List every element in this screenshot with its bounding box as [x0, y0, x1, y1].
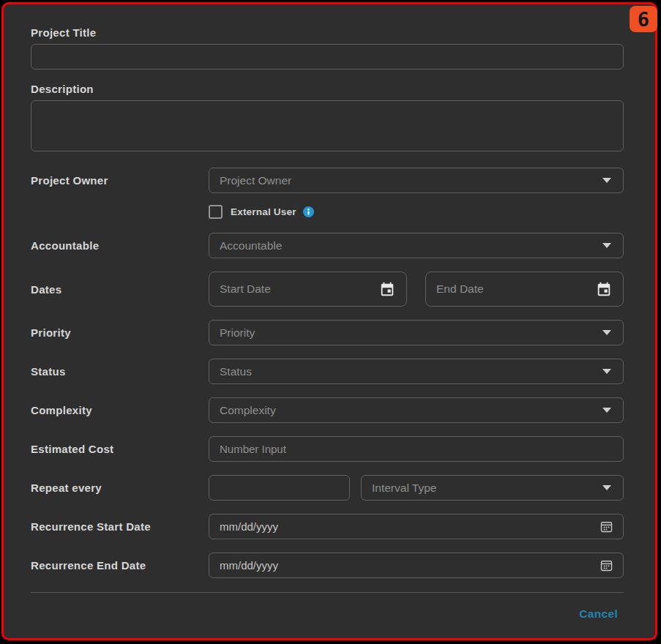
- complexity-placeholder: Complexity: [220, 404, 276, 417]
- repeat-every-row: Repeat every Interval Type: [31, 475, 624, 501]
- external-user-label: External User: [231, 206, 296, 217]
- status-select[interactable]: Status: [209, 359, 624, 384]
- interval-type-placeholder: Interval Type: [372, 482, 436, 495]
- repeat-every-label: Repeat every: [31, 482, 209, 494]
- chevron-down-icon: [602, 330, 611, 335]
- complexity-label: Complexity: [31, 404, 209, 416]
- complexity-select[interactable]: Complexity: [209, 397, 624, 423]
- overlay-count-badge: 6: [630, 6, 657, 32]
- external-user-checkbox[interactable]: [209, 205, 223, 219]
- start-date-placeholder: Start Date: [220, 282, 271, 296]
- calendar-icon[interactable]: [379, 281, 395, 297]
- cancel-button[interactable]: Cancel: [579, 607, 618, 621]
- recurrence-start-date-label: Recurrence Start Date: [31, 520, 209, 533]
- repeat-every-input[interactable]: [209, 475, 350, 501]
- recurrence-start-date-row: Recurrence Start Date mm/dd/yyyy: [31, 514, 624, 539]
- dates-row: Dates Start Date End Date: [31, 272, 624, 307]
- external-user-row: External User: [209, 203, 624, 220]
- calendar-picker-icon[interactable]: [599, 519, 614, 534]
- dates-pair: Start Date End Date: [209, 272, 624, 307]
- recurrence-end-date-placeholder: mm/dd/yyyy: [220, 559, 278, 572]
- recurrence-end-date-row: Recurrence End Date mm/dd/yyyy: [31, 553, 624, 578]
- dates-label: Dates: [31, 283, 209, 296]
- complexity-row: Complexity Complexity: [31, 397, 624, 423]
- accountable-select[interactable]: Accountable: [209, 233, 624, 258]
- end-date-placeholder: End Date: [436, 282, 484, 296]
- chevron-down-icon: [602, 408, 611, 413]
- recurrence-end-date-input[interactable]: mm/dd/yyyy: [209, 553, 624, 578]
- start-date-input[interactable]: Start Date: [209, 272, 407, 307]
- accountable-label: Accountable: [31, 239, 209, 252]
- recurrence-start-date-placeholder: mm/dd/yyyy: [220, 520, 278, 533]
- project-owner-placeholder: Project Owner: [220, 174, 291, 187]
- info-icon[interactable]: [303, 206, 314, 217]
- priority-select[interactable]: Priority: [209, 320, 624, 345]
- accountable-row: Accountable Accountable: [31, 233, 624, 258]
- repeat-every-pair: Interval Type: [209, 475, 624, 501]
- priority-placeholder: Priority: [220, 326, 255, 340]
- chevron-down-icon: [602, 369, 611, 374]
- estimated-cost-row: Estimated Cost: [31, 436, 624, 462]
- project-owner-row: Project Owner Project Owner: [31, 168, 624, 193]
- calendar-icon[interactable]: [596, 281, 612, 297]
- accountable-placeholder: Accountable: [220, 239, 282, 252]
- chevron-down-icon: [602, 485, 611, 490]
- description-textarea[interactable]: [31, 100, 624, 151]
- end-date-input[interactable]: End Date: [425, 272, 624, 307]
- recurrence-end-date-label: Recurrence End Date: [31, 559, 209, 572]
- status-placeholder: Status: [220, 365, 252, 378]
- chevron-down-icon: [602, 178, 611, 183]
- project-owner-label: Project Owner: [31, 174, 209, 187]
- recurrence-start-date-input[interactable]: mm/dd/yyyy: [209, 514, 624, 539]
- interval-type-select[interactable]: Interval Type: [361, 475, 624, 501]
- status-row: Status Status: [31, 359, 624, 384]
- project-title-input[interactable]: [31, 44, 624, 70]
- chevron-down-icon: [602, 243, 611, 248]
- modal-footer: Cancel: [31, 593, 624, 635]
- project-owner-select[interactable]: Project Owner: [209, 168, 624, 193]
- status-label: Status: [31, 365, 209, 378]
- modal-content: Project Title Description Project Owner …: [4, 4, 655, 638]
- priority-row: Priority Priority: [31, 320, 624, 345]
- calendar-picker-icon[interactable]: [599, 558, 614, 573]
- project-title-group: Project Title: [31, 26, 624, 70]
- estimated-cost-label: Estimated Cost: [31, 443, 209, 455]
- description-group: Description: [31, 83, 624, 154]
- description-label: Description: [31, 83, 624, 95]
- estimated-cost-input[interactable]: [209, 436, 624, 462]
- priority-label: Priority: [31, 326, 209, 339]
- project-title-label: Project Title: [31, 26, 624, 39]
- project-form-modal: Project Title Description Project Owner …: [1, 2, 657, 640]
